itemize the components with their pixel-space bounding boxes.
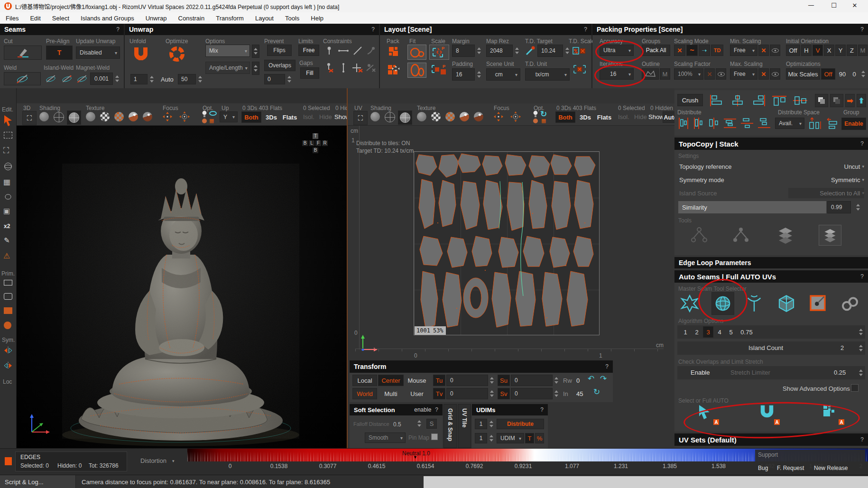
sv-spinner[interactable] [553, 388, 560, 399]
pin-map-checkbox[interactable] [431, 433, 438, 440]
topocopy-help[interactable]: ? [860, 140, 864, 147]
mode-uv-button[interactable]: ⛶ [353, 111, 368, 125]
texture-checker-color-button[interactable] [114, 112, 124, 121]
udim-pct-button[interactable]: % [535, 433, 544, 443]
td-target-spinner[interactable] [564, 45, 571, 57]
uv-grid-toggle[interactable]: ▦ [541, 118, 546, 124]
canvas-uv[interactable]: cm 1 Distribute to tiles: ON Target TD: … [348, 126, 675, 360]
menu-layout[interactable]: Layout [255, 15, 274, 22]
scaling-mode-uniform[interactable]: ~ [686, 45, 698, 56]
unwrap-metric-spinner[interactable] [252, 62, 259, 75]
texture-checker-button[interactable] [100, 112, 110, 121]
uv-shading-solid-button[interactable] [370, 112, 380, 121]
distribute-h2-button[interactable] [693, 117, 705, 130]
udim-v-value[interactable]: 1 [475, 433, 487, 443]
uv-hide-button[interactable]: Hide [634, 113, 647, 120]
optimize-iterations-value[interactable]: 50 [178, 74, 196, 84]
falloff-value[interactable]: 0.5 [393, 421, 401, 428]
menu-islands-groups[interactable]: Islands and Groups [81, 15, 134, 22]
max-scaling-dropdown[interactable]: Free [730, 68, 757, 80]
seam-tool-organic[interactable] [745, 293, 764, 314]
filter-both-3d[interactable]: Both [241, 111, 261, 123]
constraint-pinline-button[interactable] [365, 45, 377, 57]
falloff-spinner[interactable] [416, 419, 423, 428]
algo-2[interactable]: 2 [692, 326, 702, 338]
pivot-local[interactable]: Local [352, 375, 377, 386]
min-scaling-dropdown[interactable]: Free [730, 45, 757, 56]
distribute-h1-button[interactable] [677, 117, 690, 130]
algo-4[interactable]: 4 [714, 326, 725, 338]
uv-matcap-toggle[interactable] [533, 118, 538, 124]
algo-075[interactable]: 0.75 [737, 326, 756, 338]
orientation-v[interactable]: V [813, 45, 823, 56]
optimization-spinner[interactable] [860, 68, 867, 80]
align-top-button[interactable] [771, 94, 787, 107]
camera-tool[interactable]: ▣ [3, 207, 10, 215]
uv-sets-header[interactable]: UV Sets (Default)? [674, 433, 868, 446]
weld-button[interactable] [4, 72, 41, 85]
uv-filter-both[interactable]: Both [555, 111, 575, 123]
space-h-button[interactable] [808, 117, 822, 130]
crush-button[interactable]: Crush [677, 94, 703, 106]
outline-button[interactable] [642, 68, 659, 80]
constraint-vline-button[interactable] [337, 62, 350, 74]
bug-link[interactable]: Bug [758, 465, 768, 471]
marquee-select-tool[interactable] [4, 132, 12, 138]
menu-select[interactable]: Select [52, 15, 69, 22]
tab-uv-tile[interactable]: UV Tile [458, 404, 471, 448]
prim-filled-rect-tool[interactable] [4, 307, 12, 314]
scale-button[interactable]: P [429, 45, 449, 60]
menu-help[interactable]: Help [311, 15, 323, 22]
unwrap-metric-dropdown[interactable]: Angle/Length [205, 62, 250, 74]
uv-filter-3ds[interactable]: 3Ds [576, 111, 594, 123]
align-right-button[interactable] [750, 94, 766, 107]
scale-2-button[interactable]: P [429, 63, 449, 78]
shading-wireshaded-button[interactable] [67, 110, 81, 125]
mirror-right-tool[interactable] [3, 361, 13, 370]
viewport-uv[interactable]: UV ⛶ Shading Texture Focus Opt. ↻ ▦ 0 3D… [347, 88, 674, 448]
udim-mode-dropdown[interactable]: UDIM [497, 433, 524, 443]
stack-dark-button[interactable] [830, 94, 843, 107]
scaling-factor-dropdown[interactable]: 100% [674, 68, 703, 80]
seam-tool-person[interactable] [680, 293, 699, 314]
mirror-left-tool[interactable] [3, 346, 13, 355]
feature-request-link[interactable]: F. Request [777, 465, 804, 471]
in-value[interactable]: 45 [576, 390, 583, 397]
td-eyedropper-button[interactable] [524, 45, 536, 57]
td-scale-button-2[interactable] [571, 63, 589, 76]
distribute-v1-button[interactable] [723, 117, 737, 130]
unfold-iterations-value[interactable]: 1 [130, 74, 148, 84]
gaps-fill-button[interactable]: Fill [300, 67, 319, 79]
optimize-iterations-spinner[interactable] [197, 74, 203, 84]
symmetry-mode-dropdown[interactable]: Symmetric▾ [807, 175, 864, 185]
tu-spinner[interactable] [489, 375, 495, 386]
prim-circle-tool[interactable] [4, 322, 11, 329]
rw-value[interactable]: 0 [576, 377, 580, 384]
auto-unwrap-button[interactable]: A [759, 404, 781, 425]
align-middle-button[interactable] [792, 94, 808, 107]
pack-button[interactable] [386, 45, 404, 60]
unfold-iterations-spinner[interactable] [148, 74, 155, 84]
uv-filter-flats[interactable]: Flats [594, 111, 614, 123]
halo-toggle[interactable] [209, 111, 217, 116]
group-enable-button[interactable]: Enable [841, 118, 866, 130]
up-axis-dropdown[interactable]: Y [220, 111, 238, 122]
stretch-enable-button[interactable]: Enable [691, 369, 710, 376]
seam-tool-region[interactable] [808, 293, 827, 313]
uv-sets-help[interactable]: ? [860, 436, 864, 443]
uv-isolate-button[interactable]: Isol. [618, 113, 629, 120]
menu-edit[interactable]: Edit [30, 15, 40, 22]
rotate-icon[interactable]: ↻ [593, 387, 600, 397]
prevent-spinner[interactable] [286, 74, 293, 84]
layout-help-button[interactable]: ? [584, 26, 587, 33]
constraint-hline-button[interactable] [337, 45, 350, 57]
algo-5[interactable]: 5 [726, 326, 736, 338]
auto-select-button[interactable]: A [697, 404, 719, 425]
update-unwrap-dropdown[interactable]: Disabled [76, 46, 120, 59]
scaling-factor-eye-button[interactable] [716, 68, 726, 80]
texture-image-button[interactable] [129, 112, 138, 121]
seam-tool-cube[interactable] [777, 293, 796, 314]
optimize-button[interactable] [166, 45, 187, 64]
pivot-multi[interactable]: Multi [378, 388, 404, 399]
uv-focus-selection-button[interactable] [493, 111, 504, 122]
